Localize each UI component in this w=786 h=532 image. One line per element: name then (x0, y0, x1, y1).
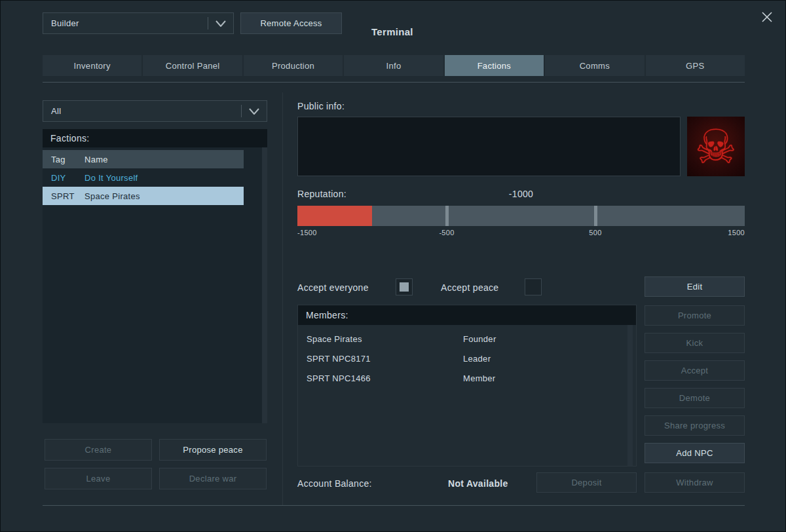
promote-button[interactable]: Promote (645, 305, 745, 326)
reputation-tick-minus500 (445, 206, 449, 226)
tab-production[interactable]: Production (244, 55, 343, 76)
members-title: Members: (298, 305, 636, 325)
faction-tag: DIY (43, 173, 84, 183)
reputation-value: -1000 (297, 189, 745, 199)
kick-button[interactable]: Kick (645, 333, 745, 353)
tab-factions[interactable]: Factions (445, 55, 544, 76)
add-npc-button[interactable]: Add NPC (645, 443, 745, 463)
tab-inventory[interactable]: Inventory (43, 55, 141, 76)
scale-label-midhigh: 500 (582, 229, 608, 237)
leave-button[interactable]: Leave (45, 468, 152, 489)
member-name: SPRT NPC8171 (298, 354, 463, 364)
scale-label-midlow: -500 (434, 229, 460, 237)
declare-war-button[interactable]: Declare war (159, 468, 267, 489)
tab-comms[interactable]: Comms (545, 55, 644, 76)
factions-list-scrollbar[interactable] (262, 147, 267, 423)
share-progress-button[interactable]: Share progress (645, 415, 745, 436)
close-icon[interactable] (758, 8, 776, 26)
member-row[interactable]: SPRT NPC1466 Member (298, 368, 636, 388)
factions-list: Tag Name DIY Do It Yourself SPRT Space P… (43, 147, 267, 423)
reputation-tick-plus500 (594, 206, 597, 226)
member-name: SPRT NPC1466 (298, 373, 463, 383)
member-row[interactable]: SPRT NPC8171 Leader (298, 349, 636, 368)
reputation-bar (297, 206, 745, 226)
account-balance-value: Not Available (448, 478, 508, 489)
accept-everyone-checkbox[interactable] (396, 278, 413, 295)
accept-everyone-label: Accept everyone (297, 282, 369, 293)
account-balance-label: Account Balance: (297, 478, 372, 489)
column-header-name: Name (84, 155, 108, 164)
members-scrollbar[interactable] (627, 325, 633, 466)
tab-gps[interactable]: GPS (646, 55, 745, 76)
terminal-window: Builder Remote Access Terminal Inventory… (0, 0, 786, 532)
faction-name: Space Pirates (84, 191, 140, 201)
window-title: Terminal (371, 26, 413, 37)
scale-label-min: -1500 (297, 229, 317, 237)
column-header-tag: Tag (43, 155, 84, 164)
deposit-button[interactable]: Deposit (536, 472, 637, 493)
tab-info[interactable]: Info (344, 55, 443, 76)
faction-icon: ☠ (687, 117, 745, 176)
remote-access-button[interactable]: Remote Access (240, 12, 342, 34)
top-divider (43, 82, 745, 83)
reputation-fill (297, 206, 372, 226)
public-info-textarea[interactable] (297, 117, 681, 176)
member-name: Space Pirates (298, 334, 463, 344)
faction-name: Do It Yourself (84, 173, 138, 183)
withdraw-button[interactable]: Withdraw (645, 472, 745, 493)
checkbox-check-mark (400, 282, 409, 292)
edit-button[interactable]: Edit (645, 276, 745, 297)
skull-crossbones-icon: ☠ (695, 123, 738, 170)
faction-tag: SPRT (43, 191, 84, 201)
members-panel: Members: Space Pirates Founder SPRT NPC8… (297, 305, 637, 466)
panel-divider (282, 92, 283, 505)
member-role: Member (463, 373, 495, 383)
propose-peace-button[interactable]: Propose peace (159, 439, 267, 461)
member-row[interactable]: Space Pirates Founder (298, 329, 636, 349)
faction-row-diy[interactable]: DIY Do It Yourself (43, 168, 244, 187)
accept-button[interactable]: Accept (645, 360, 745, 381)
grid-selector-dropdown[interactable]: Builder (43, 12, 234, 34)
public-info-label: Public info: (297, 101, 345, 111)
demote-button[interactable]: Demote (645, 388, 745, 408)
faction-filter-dropdown[interactable]: All (43, 100, 267, 122)
factions-list-title: Factions: (43, 129, 267, 147)
bottom-divider (43, 505, 745, 506)
member-role: Founder (463, 334, 496, 344)
faction-row-sprt[interactable]: SPRT Space Pirates (43, 187, 244, 205)
chevron-down-icon (208, 20, 233, 27)
tab-bar: Inventory Control Panel Production Info … (43, 55, 745, 76)
create-button[interactable]: Create (45, 439, 152, 461)
faction-filter-value: All (43, 106, 241, 116)
factions-list-header: Tag Name (43, 150, 244, 168)
chevron-down-icon (242, 108, 267, 115)
accept-peace-checkbox[interactable] (525, 278, 542, 295)
accept-peace-label: Accept peace (441, 282, 498, 293)
member-role: Leader (463, 354, 491, 364)
tab-control-panel[interactable]: Control Panel (143, 55, 242, 76)
scale-label-max: 1500 (719, 229, 745, 237)
grid-selector-value: Builder (43, 18, 208, 28)
